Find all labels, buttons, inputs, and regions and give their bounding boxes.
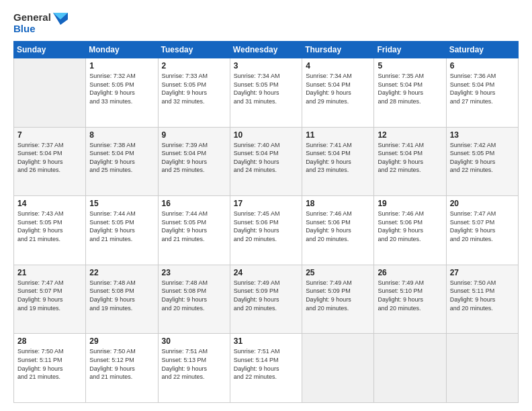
day-number: 6 xyxy=(450,61,515,71)
day-info: Sunrise: 7:36 AMSunset: 5:04 PMDaylight:… xyxy=(450,72,515,105)
day-number: 10 xyxy=(234,130,299,140)
day-info: Sunrise: 7:49 AMSunset: 5:09 PMDaylight:… xyxy=(234,279,299,312)
day-number: 22 xyxy=(89,268,154,277)
day-number: 7 xyxy=(17,130,83,140)
calendar-cell: 31Sunrise: 7:51 AMSunset: 5:14 PMDayligh… xyxy=(230,334,302,403)
calendar-cell: 18Sunrise: 7:46 AMSunset: 5:06 PMDayligh… xyxy=(302,196,374,265)
calendar-week-row: 28Sunrise: 7:50 AMSunset: 5:11 PMDayligh… xyxy=(14,334,519,403)
calendar-cell: 20Sunrise: 7:47 AMSunset: 5:07 PMDayligh… xyxy=(446,196,518,265)
calendar-cell: 17Sunrise: 7:45 AMSunset: 5:06 PMDayligh… xyxy=(230,196,302,265)
day-number: 11 xyxy=(306,130,371,140)
day-number: 14 xyxy=(17,199,83,208)
calendar-cell: 15Sunrise: 7:44 AMSunset: 5:05 PMDayligh… xyxy=(86,196,158,265)
weekday-header: Friday xyxy=(374,42,446,58)
calendar-table: SundayMondayTuesdayWednesdayThursdayFrid… xyxy=(13,41,519,403)
header: General Blue xyxy=(13,12,519,34)
calendar-cell: 27Sunrise: 7:50 AMSunset: 5:11 PMDayligh… xyxy=(446,265,518,334)
day-info: Sunrise: 7:35 AMSunset: 5:04 PMDaylight:… xyxy=(378,72,443,105)
calendar-cell: 9Sunrise: 7:39 AMSunset: 5:04 PMDaylight… xyxy=(158,127,230,196)
calendar-cell: 23Sunrise: 7:48 AMSunset: 5:08 PMDayligh… xyxy=(158,265,230,334)
weekday-header: Wednesday xyxy=(230,42,302,58)
calendar-cell xyxy=(14,58,86,128)
day-info: Sunrise: 7:50 AMSunset: 5:12 PMDaylight:… xyxy=(89,347,154,381)
day-number: 21 xyxy=(17,268,83,277)
day-info: Sunrise: 7:32 AMSunset: 5:05 PMDaylight:… xyxy=(89,72,154,105)
day-info: Sunrise: 7:50 AMSunset: 5:11 PMDaylight:… xyxy=(17,347,83,381)
day-info: Sunrise: 7:47 AMSunset: 5:07 PMDaylight:… xyxy=(450,210,515,243)
weekday-header: Monday xyxy=(86,42,158,58)
calendar-week-row: 14Sunrise: 7:43 AMSunset: 5:05 PMDayligh… xyxy=(14,196,519,265)
day-number: 27 xyxy=(450,268,515,277)
day-number: 31 xyxy=(234,336,299,346)
day-info: Sunrise: 7:38 AMSunset: 5:04 PMDaylight:… xyxy=(89,141,154,175)
calendar-cell xyxy=(302,334,374,403)
calendar-cell: 25Sunrise: 7:49 AMSunset: 5:09 PMDayligh… xyxy=(302,265,374,334)
calendar-week-row: 1Sunrise: 7:32 AMSunset: 5:05 PMDaylight… xyxy=(14,58,519,128)
day-info: Sunrise: 7:44 AMSunset: 5:05 PMDaylight:… xyxy=(162,210,227,243)
weekday-header: Sunday xyxy=(14,42,86,58)
day-info: Sunrise: 7:34 AMSunset: 5:04 PMDaylight:… xyxy=(306,72,371,105)
day-info: Sunrise: 7:41 AMSunset: 5:04 PMDaylight:… xyxy=(378,141,443,175)
day-number: 29 xyxy=(89,336,154,346)
calendar-cell: 11Sunrise: 7:41 AMSunset: 5:04 PMDayligh… xyxy=(302,127,374,196)
calendar-cell: 28Sunrise: 7:50 AMSunset: 5:11 PMDayligh… xyxy=(14,334,86,403)
day-info: Sunrise: 7:49 AMSunset: 5:09 PMDaylight:… xyxy=(306,279,371,312)
day-number: 12 xyxy=(378,130,443,140)
day-info: Sunrise: 7:45 AMSunset: 5:06 PMDaylight:… xyxy=(234,210,299,243)
day-number: 28 xyxy=(17,336,83,346)
day-info: Sunrise: 7:51 AMSunset: 5:13 PMDaylight:… xyxy=(162,347,227,381)
calendar-cell: 26Sunrise: 7:49 AMSunset: 5:10 PMDayligh… xyxy=(374,265,446,334)
weekday-header: Tuesday xyxy=(158,42,230,58)
calendar-cell: 2Sunrise: 7:33 AMSunset: 5:05 PMDaylight… xyxy=(158,58,230,128)
day-number: 15 xyxy=(89,199,154,208)
calendar-cell: 6Sunrise: 7:36 AMSunset: 5:04 PMDaylight… xyxy=(446,58,518,128)
day-number: 8 xyxy=(89,130,154,140)
day-number: 26 xyxy=(378,268,443,277)
calendar-cell xyxy=(374,334,446,403)
day-number: 19 xyxy=(378,199,443,208)
calendar-cell xyxy=(446,334,518,403)
day-info: Sunrise: 7:50 AMSunset: 5:11 PMDaylight:… xyxy=(450,279,515,312)
calendar-cell: 4Sunrise: 7:34 AMSunset: 5:04 PMDaylight… xyxy=(302,58,374,128)
day-number: 25 xyxy=(306,268,371,277)
day-number: 9 xyxy=(162,130,227,140)
calendar-cell: 8Sunrise: 7:38 AMSunset: 5:04 PMDaylight… xyxy=(86,127,158,196)
day-info: Sunrise: 7:37 AMSunset: 5:04 PMDaylight:… xyxy=(17,141,83,175)
day-info: Sunrise: 7:47 AMSunset: 5:07 PMDaylight:… xyxy=(17,279,83,312)
calendar-cell: 30Sunrise: 7:51 AMSunset: 5:13 PMDayligh… xyxy=(158,334,230,403)
day-number: 18 xyxy=(306,199,371,208)
calendar-cell: 22Sunrise: 7:48 AMSunset: 5:08 PMDayligh… xyxy=(86,265,158,334)
weekday-header: Thursday xyxy=(302,42,374,58)
calendar-cell: 29Sunrise: 7:50 AMSunset: 5:12 PMDayligh… xyxy=(86,334,158,403)
day-number: 30 xyxy=(162,336,227,346)
calendar-cell: 14Sunrise: 7:43 AMSunset: 5:05 PMDayligh… xyxy=(14,196,86,265)
calendar-cell: 1Sunrise: 7:32 AMSunset: 5:05 PMDaylight… xyxy=(86,58,158,128)
day-number: 3 xyxy=(234,61,299,71)
day-number: 2 xyxy=(162,61,227,71)
calendar-cell: 19Sunrise: 7:46 AMSunset: 5:06 PMDayligh… xyxy=(374,196,446,265)
day-number: 1 xyxy=(89,61,154,71)
day-number: 13 xyxy=(450,130,515,140)
day-info: Sunrise: 7:46 AMSunset: 5:06 PMDaylight:… xyxy=(378,210,443,243)
day-info: Sunrise: 7:51 AMSunset: 5:14 PMDaylight:… xyxy=(234,347,299,381)
weekday-header: Saturday xyxy=(446,42,518,58)
day-info: Sunrise: 7:44 AMSunset: 5:05 PMDaylight:… xyxy=(89,210,154,243)
day-info: Sunrise: 7:43 AMSunset: 5:05 PMDaylight:… xyxy=(17,210,83,243)
logo: General Blue xyxy=(13,12,68,34)
calendar-cell: 13Sunrise: 7:42 AMSunset: 5:05 PMDayligh… xyxy=(446,127,518,196)
calendar-cell: 24Sunrise: 7:49 AMSunset: 5:09 PMDayligh… xyxy=(230,265,302,334)
day-number: 17 xyxy=(234,199,299,208)
day-info: Sunrise: 7:41 AMSunset: 5:04 PMDaylight:… xyxy=(306,141,371,175)
day-number: 16 xyxy=(162,199,227,208)
day-info: Sunrise: 7:46 AMSunset: 5:06 PMDaylight:… xyxy=(306,210,371,243)
weekday-header-row: SundayMondayTuesdayWednesdayThursdayFrid… xyxy=(14,42,519,58)
day-info: Sunrise: 7:39 AMSunset: 5:04 PMDaylight:… xyxy=(162,141,227,175)
calendar-week-row: 7Sunrise: 7:37 AMSunset: 5:04 PMDaylight… xyxy=(14,127,519,196)
day-info: Sunrise: 7:33 AMSunset: 5:05 PMDaylight:… xyxy=(162,72,227,105)
day-number: 24 xyxy=(234,268,299,277)
day-info: Sunrise: 7:48 AMSunset: 5:08 PMDaylight:… xyxy=(162,279,227,312)
calendar-cell: 21Sunrise: 7:47 AMSunset: 5:07 PMDayligh… xyxy=(14,265,86,334)
calendar-cell: 7Sunrise: 7:37 AMSunset: 5:04 PMDaylight… xyxy=(14,127,86,196)
day-number: 4 xyxy=(306,61,371,71)
calendar-week-row: 21Sunrise: 7:47 AMSunset: 5:07 PMDayligh… xyxy=(14,265,519,334)
